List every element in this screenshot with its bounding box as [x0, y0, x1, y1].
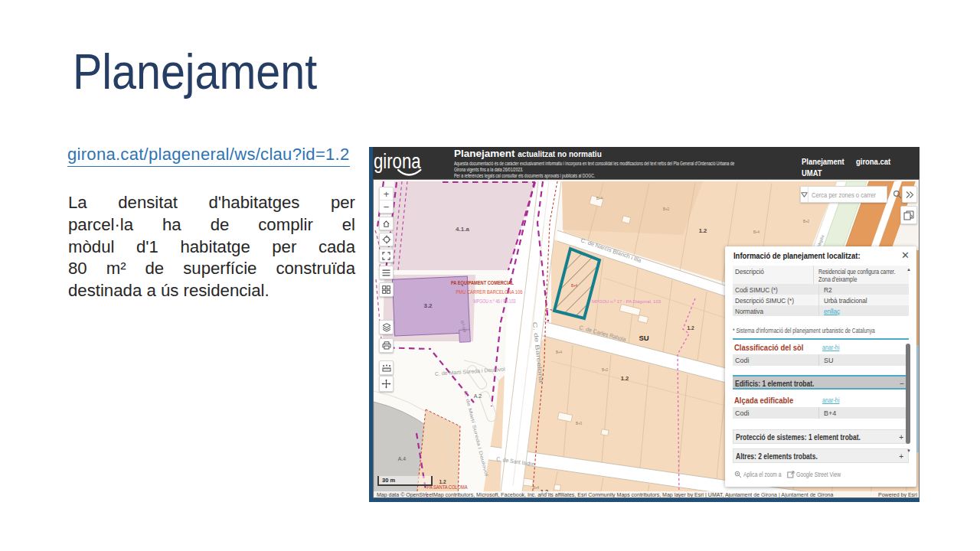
svg-text:3.2: 3.2 — [423, 302, 433, 309]
svg-text:PMU CARRER BARCELONA 106: PMU CARRER BARCELONA 106 — [456, 289, 523, 295]
svg-text:SU: SU — [639, 334, 648, 342]
svg-text:B+2: B+2 — [663, 207, 670, 211]
svg-text:1.2: 1.2 — [439, 479, 446, 484]
svg-text:MPGOU n.º 17 - PA Diagonal, 10: MPGOU n.º 17 - PA Diagonal, 103 — [592, 299, 661, 304]
svg-text:A.2: A.2 — [474, 393, 482, 399]
svg-text:1.2: 1.2 — [699, 227, 707, 234]
svg-text:B+2: B+2 — [803, 220, 810, 223]
svg-text:1.2: 1.2 — [621, 375, 629, 382]
svg-text:B+4: B+4 — [556, 350, 563, 354]
svg-text:PA EQUIPAMENT COMERCIAL: PA EQUIPAMENT COMERCIAL — [451, 280, 514, 286]
svg-text:4.1.a: 4.1.a — [456, 226, 469, 233]
svg-text:1.2: 1.2 — [687, 325, 694, 331]
svg-text:B+3: B+3 — [576, 422, 583, 425]
svg-text:A.4: A.4 — [398, 456, 407, 461]
svg-text:B+2: B+2 — [602, 368, 609, 372]
svg-text:PA SANTA COLOMA: PA SANTA COLOMA — [427, 484, 469, 490]
svg-text:B+4: B+4 — [596, 197, 603, 201]
svg-text:MPGOU n.º 46 / PA 103: MPGOU n.º 46 / PA 103 — [474, 298, 516, 304]
svg-text:B+4: B+4 — [753, 230, 760, 234]
svg-text:B+4: B+4 — [571, 284, 578, 288]
svg-text:B+4: B+4 — [533, 486, 540, 490]
